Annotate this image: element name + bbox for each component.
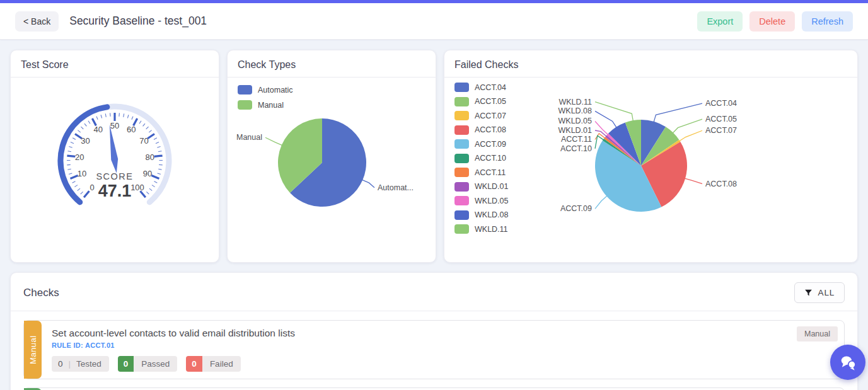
svg-text:70: 70 [139, 136, 148, 146]
failed-label: Failed [202, 356, 241, 372]
legend-item-ACCT.11[interactable]: ACCT.11 [454, 168, 515, 177]
check-item[interactable]: Automatic Restrict use of the root user … [23, 387, 845, 390]
legend-label: ACCT.08 [475, 125, 506, 134]
pie-label-ACCT.09: ACCT.09 [560, 204, 592, 213]
pie-label-ACCT.11: ACCT.11 [561, 135, 592, 144]
tested-count: 0 [52, 356, 66, 372]
filter-all-button[interactable]: ALL [794, 282, 845, 303]
legend-label: Manual [258, 101, 284, 110]
pie-label-WKLD.08: WKLD.08 [558, 106, 593, 115]
back-button[interactable]: < Back [15, 11, 59, 32]
passed-label: Passed [134, 356, 177, 372]
header-actions: Export Delete Refresh [697, 11, 853, 32]
tested-separator: | [66, 359, 74, 369]
legend-label: WKLD.01 [475, 182, 509, 191]
check-item[interactable]: Manual Set account-level contacts to val… [23, 320, 845, 379]
legend-label: ACCT.04 [475, 83, 506, 92]
chat-bubbles-icon [837, 352, 859, 373]
svg-text:SCORE: SCORE [96, 171, 133, 181]
legend-swatch [454, 168, 469, 177]
check-type-stripe: Manual [24, 321, 42, 379]
failed-checks-pie: ACCT.04ACCT.05ACCT.07ACCT.08WKLD.11WKLD.… [515, 77, 840, 254]
checks-title: Checks [23, 287, 59, 299]
check-types-card: Check Types AutomaticManual Automat...Ma… [227, 50, 436, 263]
pie-label-WKLD.11: WKLD.11 [558, 98, 592, 106]
pie-label-ACCT.08: ACCT.08 [705, 180, 737, 188]
check-type-badge: Manual [797, 326, 838, 341]
svg-text:100: 100 [130, 183, 144, 192]
svg-text:80: 80 [145, 152, 154, 162]
legend-swatch [454, 182, 469, 192]
chat-fab-button[interactable] [830, 345, 865, 380]
export-button[interactable]: Export [697, 11, 743, 32]
legend-swatch [454, 224, 469, 234]
legend-swatch [454, 154, 469, 163]
legend-label: Automatic [258, 86, 293, 95]
legend-item-Manual[interactable]: Manual [238, 100, 425, 110]
legend-swatch [454, 111, 469, 120]
svg-text:30: 30 [81, 136, 90, 146]
legend-label: ACCT.05 [475, 97, 506, 106]
svg-text:90: 90 [143, 169, 152, 178]
score-gauge-wrap: 0102030405060708090100SCORE47.1 [11, 90, 219, 215]
checks-list: Manual Set account-level contacts to val… [11, 311, 857, 390]
check-types-pie: Automat...Manual [228, 111, 417, 223]
rule-id-link[interactable]: RULE ID: ACCT.01 [52, 341, 115, 349]
test-score-card: Test Score 0102030405060708090100SCORE47… [10, 50, 219, 263]
legend-swatch [454, 125, 469, 135]
failed-checks-legend: ACCT.04ACCT.05ACCT.07ACCT.08ACCT.09ACCT.… [444, 77, 515, 254]
pie-label-WKLD.01: WKLD.01 [558, 126, 593, 135]
main-content: Test Score 0102030405060708090100SCORE47… [0, 40, 868, 390]
check-body: Set account-level contacts to valid emai… [42, 321, 844, 379]
svg-text:40: 40 [93, 125, 102, 134]
test-score-card-title: Test Score [11, 50, 219, 77]
score-gauge: 0102030405060708090100SCORE47.1 [20, 90, 209, 215]
tested-label: Tested [74, 356, 109, 372]
legend-item-Automatic[interactable]: Automatic [238, 85, 425, 95]
charts-row: Test Score 0102030405060708090100SCORE47… [10, 50, 858, 263]
legend-label: WKLD.11 [475, 225, 508, 234]
delete-button[interactable]: Delete [749, 11, 795, 32]
check-types-legend: AutomaticManual [238, 85, 425, 110]
svg-text:60: 60 [127, 125, 136, 134]
tested-badge: 0 | Tested [52, 356, 109, 372]
passed-count: 0 [118, 356, 134, 372]
legend-swatch [454, 97, 469, 106]
legend-label: ACCT.09 [475, 140, 506, 149]
legend-item-ACCT.10[interactable]: ACCT.10 [454, 154, 515, 163]
passed-badge: 0 Passed [118, 356, 178, 372]
svg-text:50: 50 [110, 121, 119, 130]
legend-swatch [238, 100, 252, 110]
checks-header: Checks ALL [11, 273, 857, 311]
pie-label-ACCT.04: ACCT.04 [705, 99, 737, 108]
pie-label-WKLD.05: WKLD.05 [558, 117, 593, 125]
check-stats: 0 | Tested 0 Passed 0 Failed [52, 356, 834, 372]
legend-item-ACCT.05[interactable]: ACCT.05 [454, 97, 515, 106]
legend-item-ACCT.08[interactable]: ACCT.08 [454, 125, 515, 135]
svg-text:10: 10 [78, 169, 86, 178]
page-title: Security Baseline - test_001 [69, 14, 207, 28]
legend-item-WKLD.08[interactable]: WKLD.08 [454, 210, 515, 220]
legend-item-ACCT.07[interactable]: ACCT.07 [454, 111, 515, 120]
pie-label-Automat...: Automat... [378, 183, 414, 192]
legend-item-WKLD.01[interactable]: WKLD.01 [454, 182, 515, 192]
legend-item-ACCT.04[interactable]: ACCT.04 [454, 83, 515, 92]
filter-all-label: ALL [818, 288, 835, 297]
svg-text:0: 0 [90, 183, 94, 192]
failed-checks-card-title: Failed Checks [444, 50, 857, 77]
failed-checks-body: ACCT.04ACCT.05ACCT.07ACCT.08ACCT.09ACCT.… [444, 77, 857, 254]
refresh-button[interactable]: Refresh [802, 11, 853, 32]
legend-item-WKLD.05[interactable]: WKLD.05 [454, 196, 515, 205]
legend-label: ACCT.10 [475, 154, 506, 163]
filter-funnel-icon [804, 289, 813, 297]
pie-label-ACCT.07: ACCT.07 [705, 126, 737, 135]
failed-count: 0 [186, 356, 202, 372]
svg-text:47.1: 47.1 [98, 181, 132, 200]
failed-checks-card: Failed Checks ACCT.04ACCT.05ACCT.07ACCT.… [444, 50, 858, 263]
legend-swatch [454, 210, 469, 220]
checks-card: Checks ALL Manual Set account-level cont… [10, 272, 858, 390]
legend-swatch [454, 83, 469, 92]
legend-item-ACCT.09[interactable]: ACCT.09 [454, 139, 515, 149]
legend-item-WKLD.11[interactable]: WKLD.11 [454, 224, 515, 234]
pie-label-ACCT.05: ACCT.05 [705, 115, 737, 123]
